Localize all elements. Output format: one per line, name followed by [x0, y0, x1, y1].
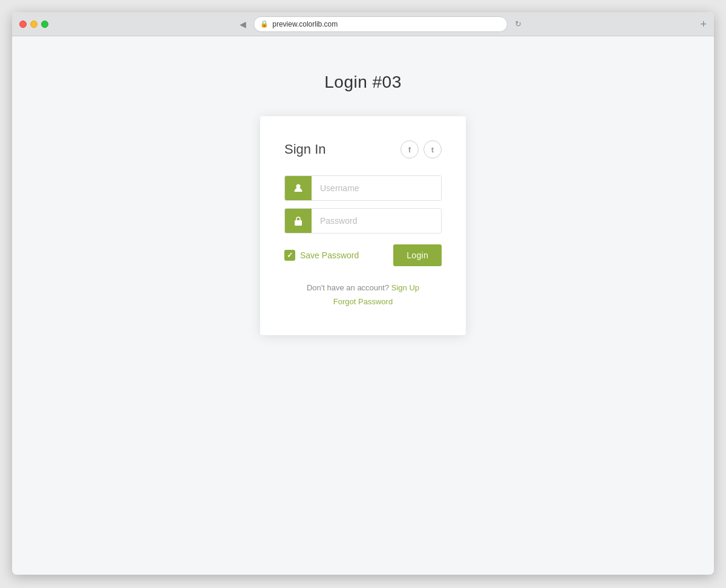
- page-title: Login #03: [324, 73, 402, 92]
- traffic-lights: [19, 21, 48, 28]
- card-header: Sign In f t: [284, 140, 442, 158]
- social-icons: f t: [401, 140, 442, 158]
- password-input-group: [284, 208, 442, 234]
- address-bar[interactable]: 🔒 preview.colorlib.com: [253, 16, 508, 32]
- user-icon: [285, 176, 312, 200]
- twitter-button[interactable]: t: [424, 140, 442, 158]
- url-text: preview.colorlib.com: [272, 20, 338, 28]
- sign-up-link[interactable]: Sign Up: [391, 283, 419, 292]
- save-password-row: Save Password Login: [284, 244, 442, 266]
- back-button[interactable]: ◀: [237, 18, 249, 30]
- close-button[interactable]: [19, 21, 27, 28]
- new-tab-button[interactable]: +: [700, 19, 707, 30]
- login-card: Sign In f t: [260, 116, 466, 335]
- username-input[interactable]: [312, 176, 441, 200]
- save-password-label[interactable]: Save Password: [300, 250, 359, 260]
- forgot-password-link[interactable]: Forgot Password: [284, 297, 442, 306]
- login-button[interactable]: Login: [393, 244, 442, 266]
- svg-point-0: [296, 185, 301, 189]
- facebook-button[interactable]: f: [401, 140, 419, 158]
- sign-in-title: Sign In: [284, 142, 326, 157]
- lock-icon: [285, 209, 312, 233]
- maximize-button[interactable]: [41, 21, 48, 28]
- lock-icon: 🔒: [260, 20, 269, 28]
- browser-window: ◀ 🔒 preview.colorlib.com ↻ + Login #03 S…: [12, 12, 714, 575]
- page-content: Login #03 Sign In f t: [12, 36, 714, 575]
- save-password-checkbox[interactable]: [284, 250, 295, 261]
- svg-point-2: [298, 222, 299, 223]
- bottom-links: Don't have an account? Sign Up Forgot Pa…: [284, 283, 442, 306]
- address-bar-container: ◀ 🔒 preview.colorlib.com ↻: [58, 16, 700, 32]
- save-password-left: Save Password: [284, 250, 359, 261]
- browser-titlebar: ◀ 🔒 preview.colorlib.com ↻ +: [12, 12, 714, 36]
- refresh-button[interactable]: ↻: [515, 19, 522, 28]
- no-account-text: Don't have an account? Sign Up: [284, 283, 442, 292]
- minimize-button[interactable]: [30, 21, 38, 28]
- username-input-group: [284, 175, 442, 201]
- password-input[interactable]: [312, 209, 441, 233]
